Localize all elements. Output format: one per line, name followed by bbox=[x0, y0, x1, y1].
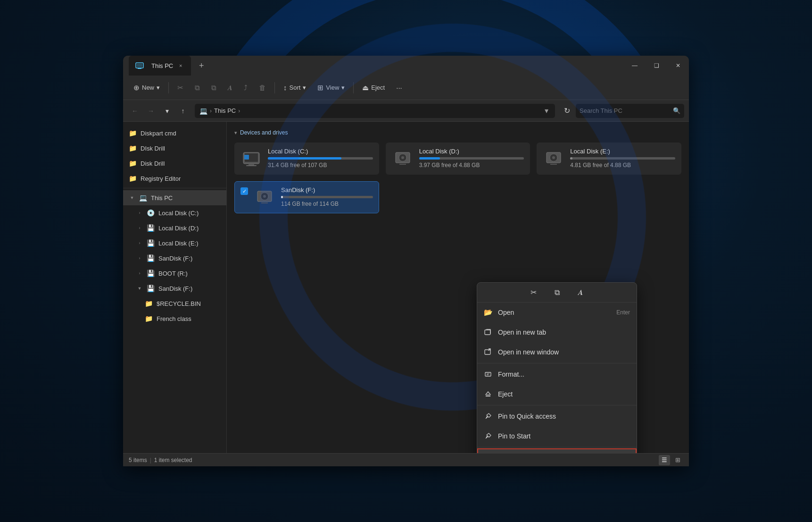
sidebar-item-label: BOOT (R:) bbox=[158, 270, 188, 277]
new-label: New bbox=[142, 84, 154, 91]
sort-label: Sort bbox=[290, 84, 301, 91]
path-dropdown-icon: ▾ bbox=[543, 107, 550, 115]
sidebar-item-label: $RECYCLE.BIN bbox=[157, 300, 201, 307]
sidebar-item-boot-r[interactable]: › 💾 BOOT (R:) bbox=[123, 266, 226, 281]
sidebar-item-label: Local Disk (C:) bbox=[158, 210, 199, 217]
eject-button[interactable]: ⏏ Eject bbox=[357, 79, 389, 96]
delete-button[interactable]: 🗑 bbox=[254, 79, 271, 96]
cm-pin-quick-label: Pin to Quick access bbox=[498, 413, 630, 420]
drive-card-f[interactable]: ✓ SanDisk (F:) 1 bbox=[234, 181, 379, 213]
sidebar-item-this-pc[interactable]: ▼ 💻 This PC bbox=[123, 190, 226, 205]
cm-open-icon: 📂 bbox=[484, 308, 492, 317]
cut-button[interactable]: ✂ bbox=[173, 79, 188, 96]
cm-pin-quick-access-item[interactable]: Pin to Quick access bbox=[477, 406, 637, 426]
search-box: 🔍 bbox=[576, 104, 684, 118]
address-path[interactable]: 💻 › This PC › ▾ bbox=[195, 104, 555, 118]
maximize-button[interactable]: ❑ bbox=[646, 56, 667, 76]
cm-pin-start-label: Pin to Start bbox=[498, 432, 630, 440]
context-menu-toolbar: ✂ ⧉ 𝑨 bbox=[477, 283, 637, 303]
path-computer-icon: 💻 bbox=[199, 107, 207, 115]
drive-c-name: Local Disk (C:) bbox=[268, 148, 373, 155]
view-chevron-icon: ▾ bbox=[341, 84, 345, 91]
main-area: 📁 Diskpart cmd 📁 DIsk Drill 📁 Disk Drill… bbox=[123, 122, 689, 453]
tab-label: This PC bbox=[151, 62, 173, 69]
sidebar-item-disk-drill-2[interactable]: 📁 Disk Drill bbox=[123, 156, 226, 171]
cm-format-item[interactable]: Format... bbox=[477, 364, 637, 384]
rename-button[interactable]: 𝑨 bbox=[223, 79, 237, 96]
cm-cut-button[interactable]: ✂ bbox=[525, 285, 541, 301]
up-button[interactable]: ↑ bbox=[176, 104, 190, 118]
close-button[interactable]: ✕ bbox=[667, 56, 689, 76]
cm-format-icon bbox=[484, 370, 492, 379]
drive-f-name: SanDisk (F:) bbox=[281, 186, 373, 194]
view-grid-button[interactable]: ⊞ bbox=[672, 455, 683, 465]
drive-c-free: 31.4 GB free of 107 GB bbox=[268, 162, 373, 168]
refresh-button[interactable]: ↻ bbox=[560, 104, 574, 118]
copy-button[interactable]: ⧉ bbox=[190, 79, 205, 96]
toolbar: ⊕ New ▾ ✂ ⧉ ⧉ 𝑨 ⤴ 🗑 ↕ Sort ▾ ⊞ bbox=[123, 76, 689, 100]
search-input[interactable] bbox=[580, 107, 670, 114]
folder-icon: 📁 bbox=[129, 160, 137, 167]
sidebar-divider bbox=[123, 188, 226, 188]
sort-icon: ↕ bbox=[283, 84, 287, 92]
folder-icon: 📁 bbox=[129, 144, 137, 152]
cm-copy-button[interactable]: ⧉ bbox=[549, 285, 565, 301]
sort-button[interactable]: ↕ Sort ▾ bbox=[279, 79, 311, 96]
more-icon: ··· bbox=[396, 84, 402, 92]
svg-rect-22 bbox=[485, 372, 491, 376]
sidebar-item-french-class[interactable]: 📁 French class bbox=[123, 311, 226, 326]
expand-nav-button[interactable]: ▾ bbox=[160, 104, 174, 118]
cm-open-item[interactable]: 📂 Open Enter bbox=[477, 303, 637, 322]
drive-card-e[interactable]: Local Disk (E:) 4.81 GB free of 4.88 GB bbox=[537, 143, 681, 175]
cut-icon: ✂ bbox=[177, 84, 183, 92]
paste-button[interactable]: ⧉ bbox=[207, 79, 221, 96]
drive-icon: 💾 bbox=[147, 254, 155, 262]
svg-point-14 bbox=[552, 156, 555, 159]
search-icon: 🔍 bbox=[673, 107, 680, 114]
sidebar-item-c-drive[interactable]: › 💿 Local Disk (C:) bbox=[123, 205, 226, 220]
drive-icon: 💾 bbox=[147, 285, 155, 292]
view-list-button[interactable]: ☰ bbox=[659, 455, 670, 465]
drive-card-c[interactable]: Local Disk (C:) 31.4 GB free of 107 GB bbox=[234, 143, 379, 175]
content-area: ▾ Devices and drives bbox=[227, 122, 689, 453]
tab-close-button[interactable]: × bbox=[177, 62, 184, 69]
drive-e-free: 4.81 GB free of 4.88 GB bbox=[570, 162, 675, 168]
delete-icon: 🗑 bbox=[259, 84, 266, 92]
drive-card-d[interactable]: Local Disk (D:) 3.97 GB free of 4.88 GB bbox=[386, 143, 530, 175]
cm-divider1 bbox=[477, 363, 637, 363]
minimize-button[interactable]: — bbox=[624, 56, 646, 76]
section-header: ▾ Devices and drives bbox=[234, 129, 681, 136]
view-button[interactable]: ⊞ View ▾ bbox=[313, 79, 349, 96]
tab-this-pc[interactable]: This PC × bbox=[129, 56, 191, 76]
back-button[interactable]: ← bbox=[128, 104, 142, 118]
sidebar-item-d-drive[interactable]: › 💾 Local Disk (D:) bbox=[123, 220, 226, 236]
sidebar-item-recycle-bin[interactable]: 📁 $RECYCLE.BIN bbox=[123, 296, 226, 311]
sidebar-item-f-sandisk[interactable]: › 💾 SanDisk (F:) bbox=[123, 251, 226, 266]
copy-icon: ⧉ bbox=[195, 84, 200, 92]
cm-open-new-tab-item[interactable]: Open in new tab bbox=[477, 322, 637, 342]
cm-pin-quick-icon bbox=[484, 412, 492, 421]
sidebar-item-sandisk-expanded[interactable]: ▼ 💾 SanDisk (F:) bbox=[123, 281, 226, 296]
new-tab-button[interactable]: + bbox=[194, 58, 209, 73]
drive-d-free: 3.97 GB free of 4.88 GB bbox=[419, 162, 524, 168]
cm-rename-button[interactable]: 𝑨 bbox=[572, 285, 588, 301]
more-button[interactable]: ··· bbox=[391, 79, 407, 96]
svg-rect-2 bbox=[137, 64, 142, 67]
share-button[interactable]: ⤴ bbox=[239, 79, 252, 96]
cm-open-window-icon bbox=[484, 348, 492, 356]
cm-properties-item[interactable]: Properties Alt+Enter bbox=[477, 448, 637, 453]
eject-icon: ⏏ bbox=[362, 84, 369, 92]
new-button[interactable]: ⊕ New ▾ bbox=[129, 79, 165, 96]
sidebar-item-disk-drill-1[interactable]: 📁 DIsk Drill bbox=[123, 141, 226, 156]
file-explorer-window: This PC × + — ❑ ✕ ⊕ New ▾ ✂ ⧉ ⧉ 𝑨 bbox=[123, 56, 689, 466]
drive-e-icon bbox=[543, 148, 564, 169]
cm-pin-start-item[interactable]: Pin to Start bbox=[477, 426, 637, 446]
cm-eject-item[interactable]: Eject bbox=[477, 384, 637, 404]
sidebar-item-e-drive[interactable]: › 💾 Local Disk (E:) bbox=[123, 236, 226, 251]
svg-rect-21 bbox=[485, 350, 490, 354]
window-controls: — ❑ ✕ bbox=[624, 56, 689, 76]
sidebar-item-registry-editor[interactable]: 📁 Registry Editor bbox=[123, 171, 226, 186]
cm-open-new-window-item[interactable]: Open in new window bbox=[477, 342, 637, 362]
forward-button[interactable]: → bbox=[144, 104, 158, 118]
sidebar-item-diskpart-cmd[interactable]: 📁 Diskpart cmd bbox=[123, 126, 226, 141]
